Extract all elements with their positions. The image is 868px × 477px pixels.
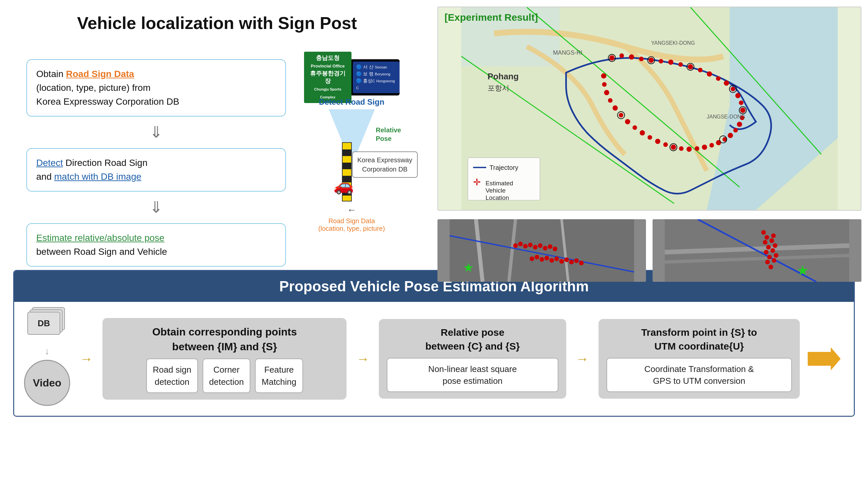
input-group: DB ↓ Video: [24, 312, 70, 406]
svg-point-6: [619, 53, 624, 58]
svg-point-77: [528, 243, 532, 247]
svg-point-23: [737, 122, 742, 127]
svg-point-10: [658, 59, 663, 64]
flow-box-1: Obtain Road Sign Data (location, type, p…: [26, 59, 286, 116]
estimate-link: Estimate relative/absolute pose: [36, 233, 164, 243]
svg-point-29: [702, 144, 707, 150]
algo-box-3: Transform point in {S} toUTM coordinate{…: [598, 319, 800, 399]
svg-point-76: [523, 244, 527, 248]
svg-point-24: [733, 128, 738, 133]
algo-body: DB ↓ Video → Obtain corresponding points…: [14, 302, 854, 416]
svg-point-103: [764, 250, 769, 254]
algo-box-1-subs: Road signdetection Cornerdetection Featu…: [110, 359, 339, 393]
svg-point-88: [554, 257, 559, 261]
algo-container: Proposed Vehicle Pose Estimation Algorit…: [13, 270, 855, 417]
svg-text:Estimated: Estimated: [485, 180, 513, 186]
svg-point-18: [731, 87, 735, 91]
svg-point-83: [529, 257, 534, 261]
arrow-down-2: ⇓: [26, 200, 286, 215]
svg-point-82: [552, 246, 557, 251]
svg-point-12: [678, 62, 683, 67]
main-title: Vehicle localization with Sign Post: [77, 13, 357, 33]
svg-point-32: [679, 146, 684, 151]
svg-point-21: [740, 108, 745, 113]
algo-box-2: Relative posebetween {C} and {S} Non-lin…: [379, 319, 566, 399]
svg-point-87: [549, 258, 554, 263]
svg-point-91: [569, 260, 574, 264]
arrow-down-1: ⇓: [26, 125, 286, 140]
svg-point-104: [767, 255, 772, 260]
svg-point-41: [612, 105, 618, 111]
svg-point-27: [716, 140, 721, 145]
svg-point-85: [539, 257, 544, 262]
svg-point-74: [513, 243, 518, 248]
svg-text:Trajectory: Trajectory: [489, 164, 518, 171]
sign-blue-block: 🔵 서 산 Seosan🔵 보 령 Boryeong🔵 홍성C Hongseon…: [353, 62, 399, 93]
svg-text:★: ★: [463, 261, 474, 275]
sub-box-feature: FeatureMatching: [255, 359, 303, 393]
svg-point-33: [671, 144, 676, 150]
svg-point-111: [774, 253, 778, 258]
algo-box-3-title: Transform point in {S} toUTM coordinate{…: [607, 326, 792, 353]
match-link: match with DB image: [54, 171, 142, 182]
svg-point-7: [629, 54, 634, 60]
svg-point-89: [559, 259, 564, 264]
flow-arrow-2: →: [354, 351, 371, 366]
db-card-front: DB: [27, 312, 60, 335]
svg-point-39: [625, 119, 630, 125]
detect-link: Detect: [36, 158, 63, 168]
flow-box-2: Detect Direction Road Sign and match wit…: [26, 148, 286, 192]
experiment-map: [Experiment Result]: [437, 7, 862, 211]
svg-point-79: [537, 243, 542, 248]
sign-image-inner: 충남도청Provincial Office휴주봉한경기장Chungju Spor…: [304, 52, 400, 103]
svg-point-107: [771, 233, 776, 238]
flow-steps: Obtain Road Sign Data (location, type, p…: [26, 59, 286, 267]
map-svg: Pohang 포항시 MANGS-RI YANGSEKI-DONG JANGSE…: [438, 7, 861, 210]
svg-point-102: [766, 245, 771, 249]
algo-box-1-title: Obtain corresponding pointsbetween {IM} …: [110, 325, 339, 354]
svg-point-36: [647, 135, 652, 140]
svg-point-20: [739, 100, 743, 105]
video-circle: Video: [24, 360, 70, 406]
algo-box-2-title: Relative posebetween {C} and {S}: [387, 326, 558, 353]
sub-box-nonlinear: Non-linear least squarepose estimation: [387, 358, 558, 393]
svg-text:★: ★: [797, 263, 809, 278]
sign-image-box: 충남도청Provincial Office휴주봉한경기장Chungju Spor…: [304, 59, 400, 96]
left-arrow: ←: [347, 205, 356, 215]
left-panel: Vehicle localization with Sign Post Obta…: [0, 0, 434, 270]
svg-point-34: [663, 142, 668, 147]
flow-arrow-3: →: [574, 351, 591, 366]
svg-point-40: [619, 113, 623, 117]
svg-point-93: [579, 261, 583, 265]
svg-point-8: [639, 57, 643, 61]
relative-pose-label: RelativePose: [376, 126, 401, 143]
svg-point-90: [564, 258, 568, 262]
svg-point-17: [724, 81, 729, 86]
svg-text:Vehicle: Vehicle: [485, 187, 505, 194]
svg-point-100: [765, 235, 769, 240]
svg-point-9: [648, 58, 654, 63]
svg-point-112: [772, 258, 776, 263]
svg-point-35: [655, 139, 660, 144]
svg-point-75: [518, 242, 522, 246]
svg-point-38: [632, 126, 637, 130]
svg-point-80: [542, 246, 547, 250]
svg-point-109: [773, 243, 777, 248]
svg-point-108: [770, 238, 774, 243]
diagram-panel: 충남도청Provincial Office휴주봉한경기장Chungju Spor…: [296, 59, 408, 267]
svg-point-101: [763, 240, 768, 245]
svg-point-81: [548, 244, 552, 249]
svg-text:MANGS-RI: MANGS-RI: [553, 49, 582, 56]
road-sign-data-label: Road Sign Data(location, type, picture): [318, 217, 385, 232]
svg-point-19: [735, 93, 741, 98]
svg-point-105: [765, 260, 770, 264]
right-panel: [Experiment Result]: [434, 0, 868, 270]
svg-point-11: [668, 60, 673, 65]
db-row: ← Korea ExpresswayCorporation DB: [347, 205, 356, 215]
svg-text:YANGSEKI-DONG: YANGSEKI-DONG: [651, 40, 695, 46]
yellow-arrow-shape: [808, 347, 841, 370]
algo-box-1: Obtain corresponding pointsbetween {IM} …: [102, 318, 346, 400]
svg-text:Pohang: Pohang: [487, 72, 519, 81]
sign-green-block: 충남도청Provincial Office휴주봉한경기장Chungju Spor…: [304, 52, 352, 103]
db-arrow: ↓: [45, 346, 50, 356]
